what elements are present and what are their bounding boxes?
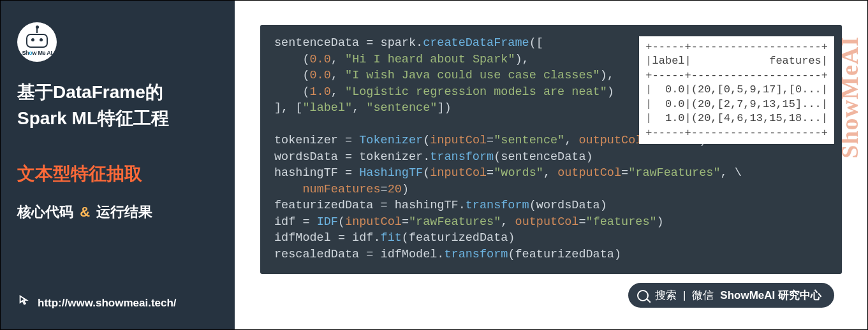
table-border: +-----+--------------------+ [645, 127, 828, 139]
url-text: http://www.showmeai.tech/ [38, 297, 177, 310]
page-title: 基于DataFrame的 Spark ML特征工程 [17, 80, 218, 131]
logo-text: Show Me AI [22, 50, 52, 56]
cursor-click-icon [17, 294, 31, 312]
subsubtitle: 核心代码 & 运行结果 [17, 203, 218, 222]
search-sep: | [683, 289, 686, 302]
title-line-2: Spark ML特征工程 [17, 106, 218, 132]
table-border: +-----+--------------------+ [645, 41, 828, 53]
url-row: http://www.showmeai.tech/ [17, 294, 177, 312]
table-border: +-----+--------------------+ [645, 69, 828, 82]
subtitle: 文本型特征抽取 [17, 162, 218, 186]
search-brand: ShowMeAI 研究中心 [720, 288, 821, 303]
sidebar: Show Me AI 基于DataFrame的 Spark ML特征工程 文本型… [1, 1, 235, 329]
logo-antenna-icon [36, 28, 38, 33]
subsub-post: 运行结果 [96, 204, 152, 220]
search-icon [637, 290, 649, 301]
logo-badge: Show Me AI [17, 22, 57, 62]
table-row: | 1.0|(20,[4,6,13,15,18...| [645, 112, 828, 124]
output-table: +-----+--------------------+ |label| fea… [639, 36, 834, 144]
table-row: | 0.0|(20,[0,5,9,17],[0...| [645, 83, 828, 96]
subsub-pre: 核心代码 [17, 204, 73, 220]
search-mid: 微信 [692, 288, 714, 303]
search-pre: 搜索 [655, 288, 677, 303]
title-line-1: 基于DataFrame的 [17, 80, 218, 106]
main-area: ShowMeAI sentenceData = spark.createData… [235, 1, 867, 329]
search-pill: 搜索 | 微信 ShowMeAI 研究中心 [628, 283, 834, 308]
table-row: | 0.0|(20,[2,7,9,13,15]...| [645, 98, 828, 110]
logo-robot-face-icon [26, 34, 48, 48]
ampersand: & [80, 204, 90, 220]
table-header: |label| features| [645, 55, 828, 67]
